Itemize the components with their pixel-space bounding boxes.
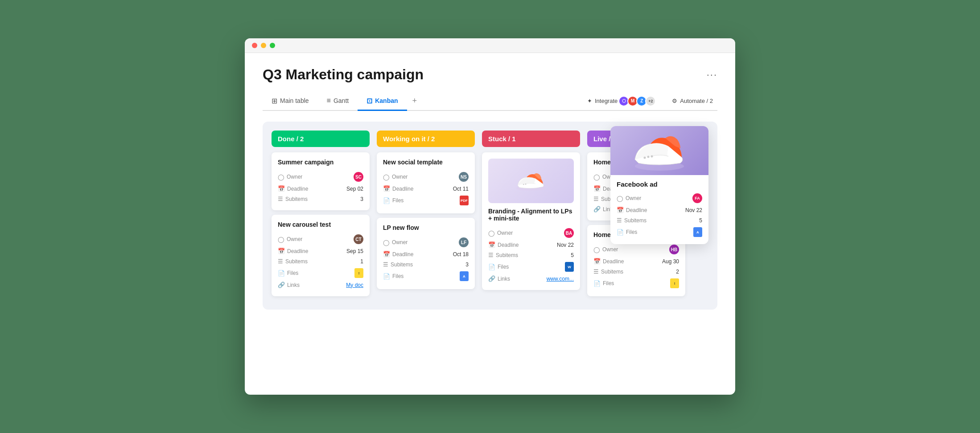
owner-icon: ◯ bbox=[383, 174, 390, 180]
gantt-icon: ≡ bbox=[327, 97, 331, 105]
tab-gantt[interactable]: ≡ Gantt bbox=[318, 92, 358, 110]
browser-window: Q3 Marketing campaign ··· ⊞ Main table ≡… bbox=[245, 38, 735, 395]
deadline-icon: 📅 bbox=[488, 241, 495, 248]
card-field-deadline: 📅 Deadline Oct 11 bbox=[383, 184, 469, 194]
card-summer-campaign[interactable]: Summer campaign ◯ Owner SC 📅 Deadline bbox=[272, 152, 370, 210]
deadline-icon: 📅 bbox=[278, 248, 285, 254]
deadline-value: Nov 22 bbox=[557, 242, 574, 248]
links-icon: 🔗 bbox=[488, 275, 495, 282]
card-field-subitems: ☰ Subitems 5 bbox=[488, 250, 574, 260]
subitems-value: 5 bbox=[571, 252, 574, 258]
deadline-icon: 📅 bbox=[593, 258, 601, 265]
subitems-icon: ☰ bbox=[278, 196, 283, 202]
card-field-files: 📄 Files W bbox=[488, 260, 574, 274]
tab-main-table[interactable]: ⊞ Main table bbox=[263, 92, 318, 111]
deadline-value: Nov 22 bbox=[685, 207, 702, 213]
subitems-icon: ☰ bbox=[383, 261, 388, 268]
card-field-links: 🔗 Links My doc bbox=[278, 280, 363, 290]
card-title: New carousel test bbox=[278, 221, 363, 228]
more-integrations-badge: +2 bbox=[645, 96, 656, 106]
shoe-illustration bbox=[513, 165, 549, 196]
column-stuck: Stuck / 1 bbox=[482, 131, 580, 301]
minimize-dot[interactable] bbox=[261, 43, 266, 48]
files-icon: 📄 bbox=[278, 270, 285, 277]
card-field-subitems: ☰ Subitems 5 bbox=[617, 215, 702, 225]
files-icon: 📄 bbox=[617, 229, 624, 236]
deadline-value: Sep 15 bbox=[346, 248, 363, 254]
avatar: CT bbox=[354, 234, 363, 244]
page-title: Q3 Marketing campaign bbox=[263, 66, 424, 83]
tab-kanban[interactable]: ⊡ Kanban bbox=[358, 92, 407, 111]
owner-icon: ◯ bbox=[383, 239, 390, 246]
deadline-value: Aug 30 bbox=[662, 258, 679, 265]
subitems-value: 5 bbox=[699, 217, 702, 224]
deadline-value: Sep 02 bbox=[346, 186, 363, 192]
link-value[interactable]: My doc bbox=[346, 282, 363, 288]
avatar: BA bbox=[564, 228, 574, 238]
column-header-stuck: Stuck / 1 bbox=[482, 131, 580, 147]
deadline-icon: 📅 bbox=[383, 185, 390, 192]
subitems-icon: ☰ bbox=[278, 258, 283, 265]
card-field-links: 🔗 Links www.com... bbox=[488, 274, 574, 284]
card-field-files: 📄 Files PDF bbox=[383, 194, 469, 207]
card-field-deadline: 📅 Deadline Sep 15 bbox=[278, 246, 363, 256]
file-icon: ! bbox=[354, 268, 363, 278]
card-carousel-test[interactable]: New carousel test ◯ Owner CT 📅 Deadli bbox=[272, 215, 370, 296]
card-social-template[interactable]: New social template ◯ Owner NS 📅 Dead bbox=[377, 152, 475, 213]
card-title: Summer campaign bbox=[278, 159, 363, 166]
deadline-icon: 📅 bbox=[617, 207, 624, 213]
card-field-owner: ◯ Owner SC bbox=[278, 170, 363, 184]
owner-icon: ◯ bbox=[278, 174, 284, 180]
svg-point-5 bbox=[647, 156, 650, 158]
more-options-button[interactable]: ··· bbox=[707, 69, 717, 81]
link-value[interactable]: www.com... bbox=[547, 276, 574, 282]
card-field-subitems: ☰ Subitems 1 bbox=[278, 256, 363, 266]
integrate-icon: ✦ bbox=[587, 98, 592, 104]
owner-icon: ◯ bbox=[617, 195, 623, 202]
automate-button[interactable]: ⚙ Automate / 2 bbox=[667, 95, 717, 107]
column-header-done: Done / 2 bbox=[272, 131, 370, 147]
card-title: LP new flow bbox=[383, 224, 469, 231]
files-icon: 📄 bbox=[488, 264, 495, 270]
svg-point-1 bbox=[523, 184, 524, 185]
card-lp-new-flow[interactable]: LP new flow ◯ Owner LF 📅 Deadline bbox=[377, 218, 475, 289]
add-view-button[interactable]: + bbox=[407, 92, 423, 110]
close-dot[interactable] bbox=[252, 43, 257, 48]
pdf-file-icon: PDF bbox=[460, 196, 469, 205]
app-content: Q3 Marketing campaign ··· ⊞ Main table ≡… bbox=[245, 53, 735, 310]
card-field-owner: ◯ Owner FA bbox=[617, 192, 702, 205]
owner-icon: ◯ bbox=[593, 174, 600, 180]
automate-icon: ⚙ bbox=[672, 98, 677, 104]
avatar: FA bbox=[692, 193, 702, 203]
subitems-value: 3 bbox=[360, 196, 363, 202]
card-field-owner: ◯ Owner NS bbox=[383, 170, 469, 184]
card-field-deadline: 📅 Deadline Sep 02 bbox=[278, 184, 363, 194]
card-branding[interactable]: Branding - Alignment to LPs + mini-site … bbox=[482, 152, 580, 290]
deadline-icon: 📅 bbox=[593, 185, 601, 192]
column-done: Done / 2 Summer campaign ◯ Owner SC bbox=[272, 131, 370, 301]
tab-actions: ✦ Integrate ⬡ M Z +2 ⚙ Automate / 2 bbox=[583, 93, 717, 109]
svg-point-4 bbox=[644, 157, 646, 159]
card-field-owner: ◯ Owner LF bbox=[383, 236, 469, 249]
deadline-value: Oct 11 bbox=[453, 186, 469, 192]
card-title: New social template bbox=[383, 159, 469, 166]
floating-card-title: Facebook ad bbox=[617, 180, 702, 188]
doc-file-icon: A bbox=[460, 271, 469, 281]
card-field-files: 📄 Files A bbox=[617, 225, 702, 239]
card-field-deadline: 📅 Deadline Oct 18 bbox=[383, 249, 469, 259]
card-field-deadline: 📅 Deadline Aug 30 bbox=[593, 256, 679, 266]
subitems-icon: ☰ bbox=[617, 217, 622, 224]
maximize-dot[interactable] bbox=[270, 43, 275, 48]
avatar: LF bbox=[459, 237, 469, 247]
deadline-icon: 📅 bbox=[383, 251, 390, 257]
doc-file-icon: A bbox=[693, 227, 702, 237]
card-field-subitems: ☰ Subitems 2 bbox=[593, 266, 679, 277]
column-working: Working on it / 2 New social template ◯ … bbox=[377, 131, 475, 301]
subitems-icon: ☰ bbox=[593, 196, 599, 202]
column-header-working: Working on it / 2 bbox=[377, 131, 475, 147]
card-field-subitems: ☰ Subitems 3 bbox=[278, 194, 363, 204]
files-icon: 📄 bbox=[383, 273, 390, 280]
floating-facebook-card[interactable]: ↖ Facebook ad ◯ Owner FA 📅 Dead bbox=[610, 126, 708, 244]
integrate-button[interactable]: ✦ Integrate ⬡ M Z +2 bbox=[583, 93, 660, 109]
shoe-large-illustration bbox=[630, 128, 688, 173]
